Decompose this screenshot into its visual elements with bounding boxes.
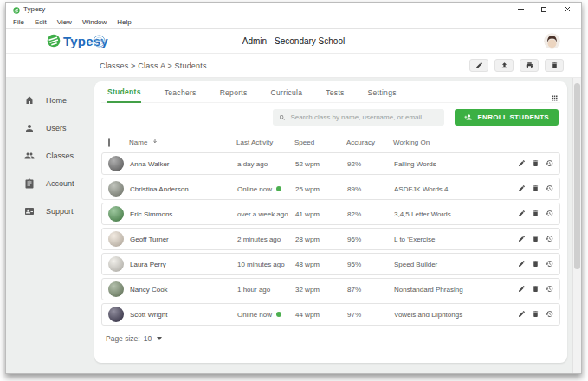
page-title: Admin - Secondary School — [242, 36, 345, 46]
delete-class-button[interactable] — [545, 59, 564, 72]
select-all-checkbox[interactable] — [108, 138, 110, 147]
search-input[interactable] — [290, 113, 438, 121]
column-name-label: Name — [129, 139, 147, 146]
edit-icon — [518, 210, 526, 217]
row-actions — [504, 260, 559, 269]
history-button[interactable] — [546, 210, 553, 219]
window-titlebar: Typesy — [6, 3, 581, 16]
student-last-activity: 2 minutes ago — [232, 236, 290, 243]
student-accuracy: 97% — [342, 311, 389, 319]
column-accuracy: Accuracy — [341, 139, 388, 146]
student-working-on: Vowels and Diphtongs — [389, 311, 504, 319]
student-row[interactable]: Christina Anderson Online now 25 wpm 89%… — [101, 178, 560, 200]
history-button[interactable] — [546, 310, 553, 320]
sidebar-label: Classes — [46, 152, 74, 160]
sidebar-label: Account — [46, 179, 74, 188]
history-button[interactable] — [546, 235, 553, 244]
row-actions — [504, 210, 559, 219]
vertical-scrollbar[interactable] — [572, 78, 581, 373]
edit-student-button[interactable] — [518, 285, 526, 294]
delete-icon — [532, 184, 540, 192]
menu-help[interactable]: Help — [117, 18, 131, 26]
history-button[interactable] — [546, 184, 553, 194]
menu-view[interactable]: View — [57, 18, 72, 26]
tab-curricula[interactable]: Curricula — [271, 88, 303, 102]
edit-student-button[interactable] — [518, 159, 526, 169]
upload-button[interactable] — [494, 59, 514, 72]
column-name[interactable]: Name — [124, 138, 231, 146]
student-working-on: ASDFJK Words 4 — [389, 185, 504, 193]
delete-student-button[interactable] — [532, 235, 540, 244]
history-button[interactable] — [546, 285, 553, 294]
sidebar-item-home[interactable]: Home — [6, 87, 94, 114]
student-row[interactable]: Nancy Cook 1 hour ago 32 wpm 87% Nonstan… — [101, 278, 560, 300]
student-speed: 52 wpm — [290, 160, 342, 168]
student-row[interactable]: Eric Simmons over a week ago 41 wpm 82% … — [101, 203, 560, 225]
window-title: Typesy — [23, 5, 45, 13]
minimize-icon[interactable] — [517, 6, 524, 13]
edit-student-button[interactable] — [518, 310, 526, 320]
delete-icon — [532, 210, 540, 217]
student-accuracy: 96% — [342, 236, 389, 243]
edit-student-button[interactable] — [518, 260, 526, 269]
page-size-control[interactable]: Page size: 10 — [101, 328, 560, 343]
delete-student-button[interactable] — [532, 260, 540, 269]
history-button[interactable] — [546, 260, 553, 269]
student-last-activity: 1 hour ago — [232, 286, 290, 294]
student-accuracy: 87% — [342, 286, 389, 294]
sidebar-item-users[interactable]: Users — [6, 114, 94, 142]
student-speed: 48 wpm — [290, 261, 342, 268]
sidebar-item-account[interactable]: Account — [6, 170, 94, 197]
tab-tests[interactable]: Tests — [326, 88, 344, 102]
sidebar-item-support[interactable]: Support — [6, 197, 94, 225]
print-button[interactable] — [520, 59, 539, 72]
column-working-on: Working On — [388, 139, 505, 146]
tab-settings[interactable]: Settings — [368, 88, 397, 102]
profile-avatar[interactable] — [544, 33, 560, 49]
student-working-on: 3,4,5 Letter Words — [389, 210, 504, 218]
tab-students[interactable]: Students — [107, 87, 141, 103]
student-row[interactable]: Scott Wright Online now 44 wpm 97% Vowel… — [101, 303, 560, 326]
student-avatar — [108, 181, 124, 197]
breadcrumb[interactable]: Classes > Class A > Students — [100, 61, 207, 70]
enroll-students-button[interactable]: ENROLL STUDENTS — [455, 109, 559, 126]
student-row[interactable]: Geoff Turner 2 minutes ago 28 wpm 96% L … — [101, 228, 560, 250]
delete-student-button[interactable] — [532, 159, 540, 169]
column-last-activity: Last Activity — [231, 139, 289, 146]
edit-student-button[interactable] — [518, 235, 526, 244]
student-last-activity: Online now — [232, 185, 290, 193]
student-last-activity: Online now — [232, 311, 290, 319]
class-toolbar — [469, 59, 564, 72]
tab-reports[interactable]: Reports — [220, 88, 248, 102]
sidebar-item-classes[interactable]: Classes — [6, 142, 94, 170]
scrollbar-thumb[interactable] — [574, 83, 580, 269]
account-icon — [24, 178, 35, 189]
delete-student-button[interactable] — [532, 210, 540, 219]
student-avatar — [108, 256, 124, 272]
student-row[interactable]: Anna Walker a day ago 52 wpm 92% Falling… — [101, 152, 560, 175]
menu-bar: File Edit View Window Help — [6, 16, 581, 29]
grid-view-icon[interactable] — [551, 90, 559, 106]
tab-teachers[interactable]: Teachers — [165, 88, 197, 102]
edit-class-button[interactable] — [469, 59, 488, 72]
delete-student-button[interactable] — [532, 310, 540, 320]
edit-student-button[interactable] — [518, 184, 526, 194]
menu-edit[interactable]: Edit — [35, 18, 47, 26]
menu-file[interactable]: File — [13, 18, 24, 26]
edit-student-button[interactable] — [518, 210, 526, 219]
home-icon — [24, 95, 35, 106]
maximize-icon[interactable] — [540, 6, 547, 13]
history-button[interactable] — [546, 159, 553, 169]
delete-icon — [532, 285, 540, 293]
sidebar-label: Support — [46, 207, 74, 216]
close-icon[interactable] — [564, 6, 571, 13]
menu-window[interactable]: Window — [82, 18, 107, 26]
students-panel: Students Teachers Reports Curricula Test… — [94, 81, 567, 363]
delete-student-button[interactable] — [532, 285, 540, 294]
student-avatar — [108, 231, 124, 247]
edit-icon — [518, 285, 526, 293]
student-accuracy: 95% — [342, 261, 389, 268]
sort-down-icon[interactable] — [152, 138, 158, 146]
delete-student-button[interactable] — [532, 184, 540, 194]
student-row[interactable]: Laura Perry 10 minutes ago 48 wpm 95% Sp… — [101, 253, 560, 275]
